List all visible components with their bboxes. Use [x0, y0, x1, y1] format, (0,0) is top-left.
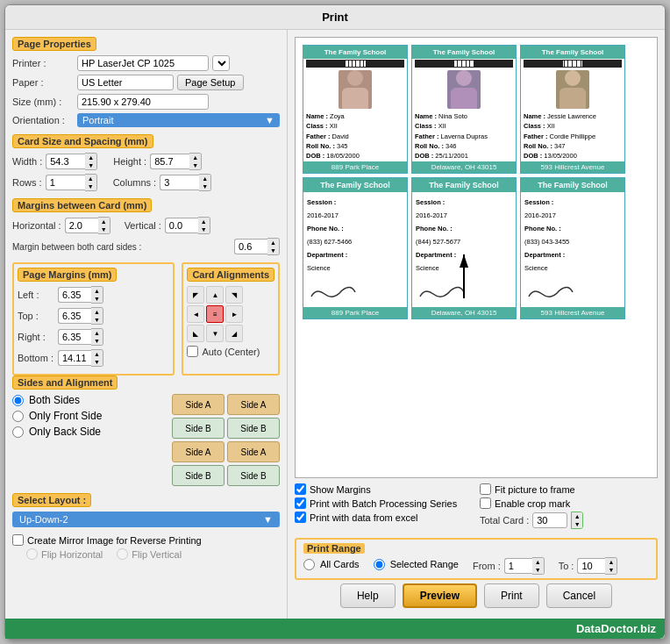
vert-up[interactable]: ▲: [198, 218, 210, 225]
id-card-front-3: The Family School: [520, 45, 625, 174]
vert-down[interactable]: ▼: [198, 225, 210, 233]
align-tc[interactable]: ▲: [206, 286, 224, 304]
side-b-btn-1[interactable]: Side B: [172, 418, 225, 439]
card-footer-2: Delaware, OH 43015: [412, 161, 516, 173]
batch-processing-check[interactable]: [295, 497, 306, 509]
horiz-up[interactable]: ▲: [98, 218, 110, 225]
barcode-1: [306, 60, 404, 68]
side-a-btn-2[interactable]: Side A: [227, 394, 280, 415]
bottom-margin-input[interactable]: [58, 350, 91, 366]
right-margin-up[interactable]: ▲: [91, 329, 103, 337]
size-input[interactable]: [77, 94, 209, 110]
flip-v-radio[interactable]: [117, 548, 128, 560]
total-card-down[interactable]: ▼: [572, 520, 582, 528]
margin-both-row: Margin between both card sides : ▲▼: [12, 238, 280, 255]
auto-center-check[interactable]: [187, 346, 198, 357]
margin-both-input[interactable]: [234, 239, 267, 254]
width-input[interactable]: [46, 154, 85, 169]
bottom-margin-down[interactable]: ▼: [91, 358, 103, 366]
width-down[interactable]: ▼: [85, 161, 96, 169]
columns-up[interactable]: ▲: [199, 175, 210, 182]
height-input[interactable]: [150, 154, 189, 169]
height-down[interactable]: ▼: [189, 161, 201, 169]
page-properties-label: Page Properties: [12, 37, 96, 51]
printer-dropdown[interactable]: ▼: [212, 55, 230, 71]
side-a-btn-1[interactable]: Side A: [172, 394, 225, 415]
align-mr[interactable]: ►: [225, 305, 243, 323]
top-margin-down[interactable]: ▼: [91, 316, 103, 324]
orientation-label: Orientation :: [12, 115, 74, 125]
top-margin-up[interactable]: ▲: [91, 308, 103, 316]
columns-input[interactable]: [160, 175, 199, 190]
align-tr[interactable]: ◥: [225, 286, 243, 304]
flip-h-radio[interactable]: [26, 548, 38, 560]
back-side-radio[interactable]: [12, 426, 24, 438]
vert-margin-input[interactable]: [165, 218, 198, 233]
help-button[interactable]: Help: [340, 583, 396, 608]
side-a-btn-3[interactable]: Side A: [172, 441, 225, 462]
paper-input[interactable]: [77, 75, 174, 90]
bottom-margin-up[interactable]: ▲: [91, 350, 103, 358]
side-b-btn-4[interactable]: Side B: [227, 465, 280, 486]
right-margin-input[interactable]: [58, 329, 91, 345]
front-side-radio[interactable]: [12, 411, 24, 422]
side-b-btn-3[interactable]: Side B: [172, 465, 225, 486]
total-card-up[interactable]: ▲: [572, 512, 582, 520]
rows-down[interactable]: ▼: [85, 182, 96, 190]
from-up[interactable]: ▲: [532, 558, 544, 566]
from-input[interactable]: [504, 558, 532, 574]
all-cards-radio[interactable]: [303, 559, 315, 570]
show-margins-check[interactable]: [295, 483, 306, 495]
height-up[interactable]: ▲: [189, 154, 201, 161]
to-up[interactable]: ▲: [605, 558, 617, 566]
align-bl[interactable]: ◣: [187, 325, 204, 342]
align-tl[interactable]: ◤: [187, 286, 204, 304]
side-b-btn-2[interactable]: Side B: [227, 418, 280, 439]
horiz-margin-input[interactable]: [65, 218, 98, 233]
margin-both-up[interactable]: ▲: [267, 239, 279, 247]
to-down[interactable]: ▼: [605, 566, 617, 574]
align-mc[interactable]: ≡: [206, 305, 224, 323]
width-spinner: ▲▼: [46, 153, 97, 170]
left-margin-up[interactable]: ▲: [91, 287, 103, 295]
left-margin-down[interactable]: ▼: [91, 295, 103, 303]
align-bc[interactable]: ▼: [206, 325, 224, 342]
layout-dropdown[interactable]: Up-Down-2 ▼: [12, 512, 280, 527]
align-br[interactable]: ◢: [225, 325, 243, 342]
h-v-margin-row: Horizontal : ▲▼ Vertical : ▲▼: [12, 217, 280, 234]
total-card-input[interactable]: [532, 512, 567, 528]
fit-picture-check[interactable]: [480, 483, 491, 495]
both-sides-radio[interactable]: [12, 395, 24, 406]
left-margin-input[interactable]: [58, 287, 91, 303]
columns-down[interactable]: ▼: [199, 182, 210, 190]
align-ml[interactable]: ◄: [187, 305, 204, 323]
id-card-back-2: The Family School Session : 2016-2017 Ph…: [411, 177, 517, 319]
side-a-btn-4[interactable]: Side A: [227, 441, 280, 462]
card-alignments-label: Card Alignments: [187, 268, 274, 282]
margin-both-down[interactable]: ▼: [267, 247, 279, 254]
rows-up[interactable]: ▲: [85, 175, 96, 182]
excel-check[interactable]: [295, 512, 306, 523]
to-input[interactable]: [577, 558, 605, 574]
horiz-down[interactable]: ▼: [98, 225, 110, 233]
cancel-button[interactable]: Cancel: [546, 583, 612, 608]
selected-range-radio[interactable]: [374, 559, 385, 570]
page-margins-box: Page Margins (mm) Left : ▲▼ Top : ▲▼: [12, 262, 175, 376]
right-margin-down[interactable]: ▼: [91, 337, 103, 345]
printer-row: Printer : ▼: [12, 55, 280, 71]
sides-grid: Side A Side A Side B Side B Side A Side …: [172, 394, 280, 486]
mirror-checkbox[interactable]: [12, 534, 24, 546]
photo-1: [339, 70, 372, 109]
width-up[interactable]: ▲: [85, 154, 96, 161]
from-down[interactable]: ▼: [532, 566, 544, 574]
print-range-label: Print Range: [303, 543, 365, 554]
orientation-dropdown[interactable]: Portrait ▼: [77, 113, 280, 127]
rows-input[interactable]: [46, 175, 85, 190]
top-margin-input[interactable]: [58, 308, 91, 324]
printer-input[interactable]: [77, 55, 209, 71]
barcode-3: [524, 60, 622, 68]
page-setup-button[interactable]: Page Setup: [177, 75, 244, 90]
print-button[interactable]: Print: [484, 583, 539, 608]
preview-button[interactable]: Preview: [403, 583, 477, 608]
crop-mark-check[interactable]: [480, 497, 491, 509]
